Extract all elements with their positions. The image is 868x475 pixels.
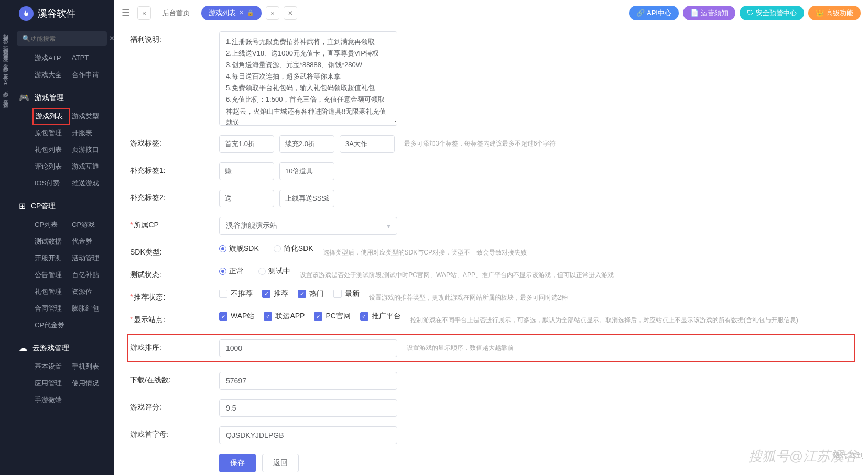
online-label: 下载/在线数:	[130, 372, 219, 385]
extra1-input-1[interactable]	[219, 162, 274, 180]
rail-item[interactable]: 旗舰管理后台	[0, 26, 9, 39]
recommend-hint: 设置游戏的推荐类型，更改此游戏在网站所属的板块，最多可同时选2种	[369, 289, 852, 302]
sort-input[interactable]	[219, 339, 397, 357]
sort-label: 游戏排序:	[130, 339, 219, 352]
menu-group-cp[interactable]: ⊞CP管理	[9, 196, 114, 216]
rail-item[interactable]: 发行系统	[0, 57, 9, 67]
sidebar-item[interactable]: 测试数据	[32, 233, 70, 250]
extra1-input-2[interactable]	[279, 162, 334, 180]
sdk-radio-simple[interactable]: 简化SDK	[274, 244, 313, 253]
sidebar-item[interactable]: 开服开测	[32, 250, 70, 267]
sidebar-item[interactable]: 游戏ATP	[32, 50, 70, 67]
sidebar-item[interactable]: CP游戏	[70, 216, 107, 233]
test-radio-normal[interactable]: 正常	[219, 267, 244, 276]
rail-item[interactable]: 工作室OA系统	[0, 67, 9, 92]
security-center-button[interactable]: 🛡安全预警中心	[740, 6, 804, 20]
online-input[interactable]	[219, 372, 397, 390]
sidebar-item[interactable]: 游戏大全	[32, 67, 70, 83]
rec-no[interactable]: 不推荐	[219, 289, 253, 299]
cloud-icon: ☁	[19, 343, 27, 353]
sidebar: 溪谷软件 🔍 ✕ 游戏ATP ATPT 游戏大全 合作申请 🎮游戏管理 游戏列表…	[9, 0, 114, 475]
sidebar-item[interactable]: 合作申请	[70, 67, 107, 83]
checkbox-icon	[333, 290, 342, 298]
site-wap[interactable]: ✓WAP站	[219, 312, 254, 321]
sidebar-item[interactable]: CP列表	[32, 216, 70, 233]
sidebar-item[interactable]: 原包管理	[32, 125, 70, 141]
score-label: 游戏评分:	[130, 399, 219, 412]
advanced-button[interactable]: 👑高级功能	[808, 6, 861, 20]
sidebar-item[interactable]: 合同管理	[32, 300, 70, 317]
tag-input-1[interactable]	[219, 135, 274, 153]
rec-yes[interactable]: ✓推荐	[262, 289, 288, 299]
test-radio-testing[interactable]: 测试中	[258, 267, 290, 276]
sidebar-item[interactable]: IOS付费	[32, 175, 70, 192]
close-icon[interactable]: ✕	[239, 9, 244, 16]
extra2-input-2[interactable]	[279, 190, 334, 207]
search-input[interactable]	[30, 35, 109, 42]
sidebar-item[interactable]: 应用管理	[32, 375, 70, 392]
menu-group-games[interactable]: 🎮游戏管理	[9, 87, 114, 108]
score-input[interactable]	[219, 399, 397, 417]
clear-icon[interactable]: ✕	[109, 35, 114, 42]
radio-icon	[274, 245, 281, 252]
sidebar-item[interactable]: 评论列表	[32, 158, 70, 175]
sidebar-item[interactable]: 基本设置	[32, 358, 70, 375]
save-button[interactable]: 保存	[219, 454, 256, 472]
lock-icon[interactable]: 🔒	[247, 9, 254, 16]
sidebar-item[interactable]: 资源位	[70, 283, 107, 300]
site-promo[interactable]: ✓推广平台	[360, 312, 401, 321]
sidebar-toggle-icon[interactable]: ☰	[122, 7, 130, 19]
extra2-input-1[interactable]	[219, 190, 274, 207]
cp-label: *所属CP	[130, 217, 219, 230]
site-pc[interactable]: ✓PC官网	[314, 312, 350, 321]
checkbox-icon: ✓	[264, 312, 272, 321]
sidebar-item[interactable]: ATPT	[70, 50, 107, 67]
benefit-textarea[interactable]	[219, 31, 397, 126]
rec-new[interactable]: 最新	[333, 289, 360, 299]
cp-icon: ⊞	[19, 201, 26, 211]
tab-home[interactable]: 后台首页	[155, 6, 197, 20]
sidebar-item[interactable]: 礼包列表	[32, 141, 70, 158]
tabs-close-all-icon[interactable]: ✕	[284, 6, 297, 20]
sites-hint: 控制游戏在不同平台上是否进行展示，可多选，默认为全部站点显示。取消选择后，对应站…	[410, 312, 852, 325]
sdk-radio-flagship[interactable]: 旗舰SDK	[219, 244, 259, 253]
tabs-prev-icon[interactable]: «	[137, 6, 151, 20]
rec-hot[interactable]: ✓热门	[298, 289, 324, 299]
sidebar-item[interactable]: 礼包管理	[32, 283, 70, 300]
cp-select[interactable]: 溪谷旗舰演示站▾	[219, 217, 397, 235]
sidebar-item[interactable]: 游戏类型	[70, 108, 107, 125]
sidebar-item[interactable]: 百亿补贴	[70, 267, 107, 283]
sidebar-item[interactable]: CP代金券	[32, 317, 70, 334]
tag-input-3[interactable]	[340, 135, 395, 153]
sidebar-item[interactable]: 推送游戏	[70, 175, 107, 192]
search-box[interactable]: 🔍 ✕	[17, 31, 107, 46]
tag-input-2[interactable]	[279, 135, 334, 153]
ops-notice-button[interactable]: 📄运营须知	[683, 6, 735, 20]
sidebar-item[interactable]: 活动管理	[70, 250, 107, 267]
sidebar-item[interactable]: 使用情况	[70, 375, 107, 392]
rail-item[interactable]: 系统设置	[0, 92, 9, 103]
site-app[interactable]: ✓联运APP	[264, 312, 305, 321]
menu-group-cloud[interactable]: ☁云游戏管理	[9, 338, 114, 358]
sidebar-item[interactable]: 游戏互通	[70, 158, 107, 175]
sidebar-item[interactable]: 代金券	[70, 233, 107, 250]
api-center-button[interactable]: 🔗API中心	[629, 6, 679, 20]
benefit-label: 福利说明:	[130, 31, 219, 45]
tab-game-list[interactable]: 游戏列表 ✕ 🔒	[201, 6, 262, 20]
rail-item[interactable]: 玩家维护和公会服务系统	[0, 39, 9, 57]
sidebar-item[interactable]: 公告管理	[32, 267, 70, 283]
sdk-label: SDK类型:	[130, 244, 219, 257]
sidebar-item[interactable]: 开服表	[70, 125, 107, 141]
sidebar-item[interactable]: 膨胀红包	[70, 300, 107, 317]
link-icon: 🔗	[636, 9, 645, 17]
back-button[interactable]: 返回	[262, 454, 299, 472]
sidebar-item-game-list[interactable]: 游戏列表	[32, 108, 70, 125]
sidebar-item[interactable]: 页游接口	[70, 141, 107, 158]
radio-icon	[258, 268, 266, 275]
sidebar-item[interactable]: 手游微端	[32, 392, 70, 408]
initial-input[interactable]	[219, 426, 397, 444]
sidebar-item[interactable]: 手机列表	[70, 358, 107, 375]
logo[interactable]: 溪谷软件	[9, 0, 114, 27]
tabs-next-icon[interactable]: »	[266, 6, 279, 20]
tags-hint: 最多可添加3个标签，每标签内建议最多不超过6个字符	[404, 135, 852, 148]
